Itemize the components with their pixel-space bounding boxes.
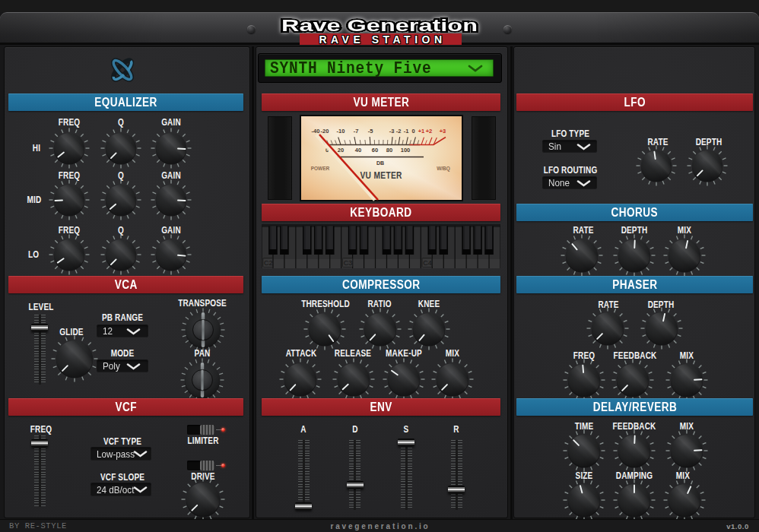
svg-text:C3: C3	[344, 259, 353, 267]
svg-text:Rave Generation: Rave Generation	[281, 17, 478, 35]
svg-text:-40: -40	[312, 128, 320, 135]
svg-text:VU METER: VU METER	[360, 171, 402, 181]
svg-text:-5: -5	[368, 128, 373, 135]
svg-text:C4: C4	[423, 259, 432, 267]
svg-text:-20: -20	[321, 128, 329, 135]
svg-text:60: 60	[372, 147, 378, 154]
svg-text:-7: -7	[354, 128, 359, 135]
svg-text:+1: +1	[418, 128, 425, 135]
svg-text:-10: -10	[337, 128, 345, 135]
svg-text:-1: -1	[404, 128, 409, 135]
svg-text:-2: -2	[396, 128, 402, 135]
svg-text:DB: DB	[376, 160, 384, 166]
svg-text:+3: +3	[440, 128, 446, 135]
svg-text:0: 0	[411, 128, 414, 135]
svg-text:20: 20	[338, 147, 344, 154]
svg-text:-3: -3	[389, 128, 395, 135]
svg-text:POWER: POWER	[311, 166, 330, 171]
svg-text:W/BQ: W/BQ	[437, 166, 450, 172]
svg-text:80: 80	[386, 147, 392, 154]
svg-text:+2: +2	[426, 128, 433, 135]
svg-text:40: 40	[355, 147, 361, 154]
svg-text:C2: C2	[264, 259, 273, 267]
svg-text:100: 100	[401, 147, 411, 154]
